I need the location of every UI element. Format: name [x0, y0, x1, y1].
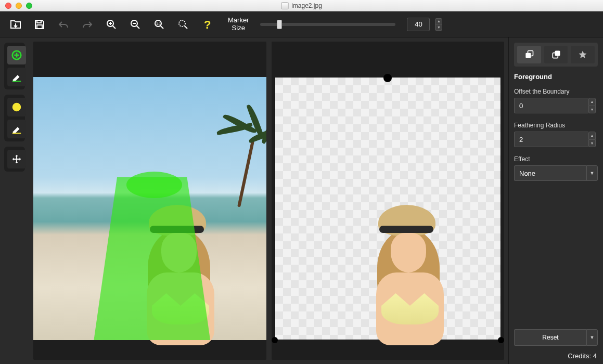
layers-back-icon	[551, 49, 561, 60]
top-toolbar: 1:1 ? Marker Size 40 ▲ ▼	[0, 11, 603, 37]
open-button[interactable]	[5, 14, 26, 35]
zoom-in-button[interactable]	[101, 14, 122, 35]
feather-label: Feathering Radius	[514, 122, 598, 129]
feather-down[interactable]: ▼	[588, 140, 596, 148]
chevron-down-icon[interactable]: ▼	[586, 165, 598, 181]
effect-value: None	[514, 165, 586, 181]
tab-background[interactable]	[544, 46, 568, 63]
marker-size-label: Marker Size	[228, 17, 249, 32]
offset-value[interactable]: 0	[514, 98, 588, 113]
foreground-erase-tool[interactable]	[7, 68, 26, 86]
feather-up[interactable]: ▲	[588, 132, 596, 140]
foreground-mask-overlay-hat	[126, 172, 182, 198]
background-mark-tool[interactable]	[7, 98, 26, 116]
svg-rect-9	[12, 81, 21, 82]
slider-thumb[interactable]	[277, 20, 282, 29]
tab-favorites[interactable]	[571, 46, 595, 63]
erase-keep-icon	[11, 123, 22, 135]
tab-foreground[interactable]	[517, 46, 541, 63]
svg-rect-1	[37, 25, 42, 29]
help-button[interactable]: ?	[197, 14, 217, 35]
marker-size-up[interactable]: ▲	[435, 18, 442, 24]
document-icon	[281, 2, 288, 9]
original-pane[interactable]	[33, 42, 266, 360]
workspace	[29, 37, 508, 364]
credits-label: Credits: 4	[514, 350, 598, 362]
reset-menu-caret[interactable]: ▼	[586, 329, 598, 346]
effect-label: Effect	[514, 155, 598, 163]
background-erase-tool[interactable]	[7, 120, 26, 138]
layers-front-icon	[524, 49, 534, 60]
left-tool-column	[0, 37, 29, 364]
marker-size-value[interactable]: 40	[407, 18, 430, 31]
save-icon	[33, 18, 46, 31]
zoom-fit-icon	[177, 18, 189, 31]
redo-button[interactable]	[77, 14, 98, 35]
result-pane[interactable]	[272, 42, 505, 360]
move-icon	[11, 153, 22, 165]
crop-handle-bottom-right[interactable]	[498, 337, 504, 343]
feather-value[interactable]: 2	[514, 132, 588, 147]
minimize-window-button[interactable]	[16, 3, 22, 9]
zoom-in-icon	[105, 18, 118, 31]
move-tool[interactable]	[7, 150, 26, 168]
star-icon	[578, 49, 588, 60]
undo-icon	[57, 18, 70, 31]
effect-select[interactable]: None ▼	[514, 165, 598, 181]
zoom-window-button[interactable]	[26, 3, 32, 9]
redo-icon	[81, 18, 94, 31]
undo-button[interactable]	[53, 14, 74, 35]
keep-marker-icon	[11, 101, 22, 113]
erase-marker-icon	[11, 71, 22, 83]
zoom-actual-button[interactable]: 1:1	[149, 14, 170, 35]
svg-text:1:1: 1:1	[156, 22, 161, 25]
zoom-actual-icon: 1:1	[153, 18, 165, 31]
zoom-fit-button[interactable]	[173, 14, 194, 35]
original-image	[33, 77, 266, 340]
offset-up[interactable]: ▲	[588, 98, 596, 106]
close-window-button[interactable]	[5, 3, 11, 9]
help-icon: ?	[201, 18, 213, 31]
marker-size-slider[interactable]	[260, 23, 395, 26]
window-title: image2.jpg	[291, 2, 322, 9]
foreground-mark-tool[interactable]	[7, 46, 26, 64]
offset-down[interactable]: ▼	[588, 106, 596, 114]
reset-button[interactable]: Reset	[514, 329, 586, 346]
svg-point-10	[12, 103, 21, 112]
section-title: Foreground	[514, 73, 598, 81]
svg-text:?: ?	[204, 18, 211, 31]
person-cutout	[361, 205, 454, 340]
svg-point-6	[179, 20, 185, 27]
svg-rect-11	[12, 133, 21, 134]
svg-rect-0	[37, 20, 41, 23]
zoom-out-button[interactable]	[125, 14, 146, 35]
right-panel: Foreground Offset the Boundary 0 ▲ ▼ Fea…	[508, 37, 603, 364]
crop-handle-top[interactable]	[383, 74, 392, 82]
open-folder-icon	[9, 18, 22, 31]
zoom-out-icon	[129, 18, 142, 31]
offset-label: Offset the Boundary	[514, 88, 598, 95]
crop-handle-bottom-left[interactable]	[272, 337, 278, 343]
save-button[interactable]	[29, 14, 50, 35]
add-marker-icon	[11, 49, 22, 61]
marker-size-down[interactable]: ▼	[435, 24, 442, 31]
window-titlebar: image2.jpg	[0, 0, 603, 11]
